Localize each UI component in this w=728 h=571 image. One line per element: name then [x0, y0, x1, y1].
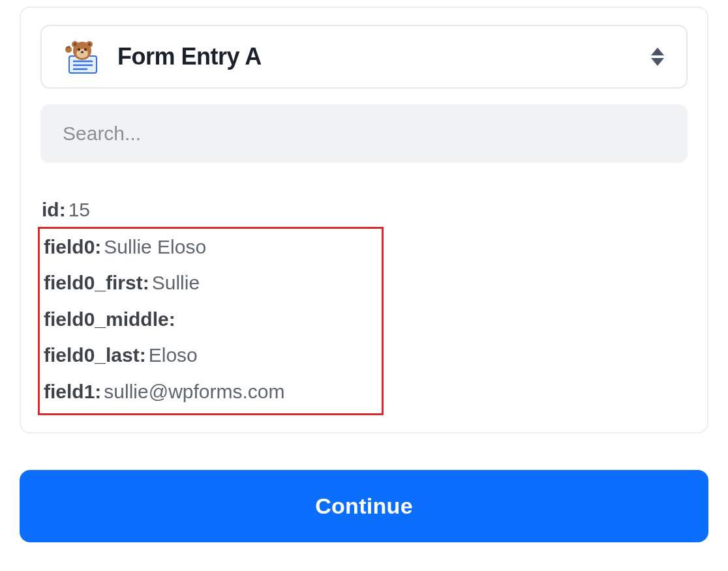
- svg-point-15: [68, 46, 70, 48]
- field-key: field0:: [44, 236, 101, 257]
- sort-caret-icon: [651, 48, 664, 66]
- field-row-field0-last: field0_last:Eloso: [44, 337, 378, 373]
- field-key: field0_first:: [44, 272, 149, 293]
- field-key: id:: [42, 199, 66, 220]
- field-row-field0-middle: field0_middle:: [44, 301, 378, 338]
- field-row-field0: field0:Sullie Eloso: [44, 229, 378, 265]
- search-input[interactable]: [40, 104, 688, 163]
- svg-point-11: [84, 48, 87, 51]
- svg-point-8: [88, 43, 91, 46]
- field-key: field0_last:: [44, 344, 146, 366]
- form-selector-left: Form Entry A: [64, 39, 262, 74]
- continue-button[interactable]: Continue: [20, 470, 708, 542]
- svg-point-12: [81, 51, 83, 53]
- field-value: Sullie: [152, 272, 200, 293]
- field-row-id: id:15: [42, 192, 686, 228]
- field-value: 15: [68, 199, 90, 220]
- field-row-field1: field1:sullie@wpforms.com: [44, 373, 378, 410]
- svg-point-14: [67, 47, 68, 49]
- field-key: field1:: [44, 381, 101, 402]
- field-value: Eloso: [149, 344, 198, 366]
- field-value: Sullie Eloso: [104, 236, 206, 257]
- svg-point-10: [78, 48, 80, 51]
- field-key: field0_middle:: [44, 308, 175, 330]
- mascot-icon: [64, 39, 99, 74]
- form-selector[interactable]: Form Entry A: [40, 25, 688, 89]
- form-entry-panel: Form Entry A id:15 field0:Sullie Eloso f…: [20, 7, 708, 433]
- field-row-field0-first: field0_first:Sullie: [44, 265, 378, 301]
- entry-fields: id:15 field0:Sullie Eloso field0_first:S…: [40, 192, 688, 424]
- highlighted-fields: field0:Sullie Eloso field0_first:Sullie …: [38, 227, 384, 416]
- form-selector-label: Form Entry A: [117, 43, 262, 70]
- field-value: sullie@wpforms.com: [104, 381, 284, 402]
- svg-point-7: [74, 43, 76, 46]
